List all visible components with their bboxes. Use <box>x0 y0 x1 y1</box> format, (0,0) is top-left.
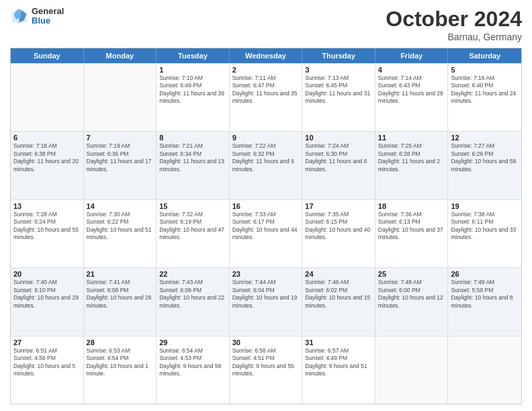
cal-day-6: 6Sunrise: 7:18 AM Sunset: 6:38 PM Daylig… <box>11 132 84 199</box>
day-info: Sunrise: 7:44 AM Sunset: 6:04 PM Dayligh… <box>232 279 300 310</box>
day-number: 20 <box>13 270 81 278</box>
cal-header-cell-sunday: Sunday <box>11 48 84 63</box>
day-info: Sunrise: 6:53 AM Sunset: 4:54 PM Dayligh… <box>87 347 154 378</box>
cal-day-14: 14Sunrise: 7:30 AM Sunset: 6:22 PM Dayli… <box>84 200 157 267</box>
cal-empty-cell <box>448 336 521 404</box>
day-info: Sunrise: 7:41 AM Sunset: 6:08 PM Dayligh… <box>87 279 154 310</box>
day-info: Sunrise: 6:51 AM Sunset: 4:56 PM Dayligh… <box>13 347 81 378</box>
day-info: Sunrise: 7:14 AM Sunset: 6:43 PM Dayligh… <box>378 75 445 105</box>
cal-row-1: 1Sunrise: 7:10 AM Sunset: 6:49 PM Daylig… <box>11 63 521 131</box>
day-info: Sunrise: 6:56 AM Sunset: 4:51 PM Dayligh… <box>232 347 300 378</box>
day-number: 4 <box>378 66 445 74</box>
calendar-header-row: SundayMondayTuesdayWednesdayThursdayFrid… <box>11 48 521 63</box>
day-info: Sunrise: 7:13 AM Sunset: 6:45 PM Dayligh… <box>305 75 372 105</box>
day-number: 6 <box>13 134 81 142</box>
title-block: October 2024 Barnau, Germany <box>386 7 522 42</box>
cal-day-28: 28Sunrise: 6:53 AM Sunset: 4:54 PM Dayli… <box>84 336 157 404</box>
day-number: 9 <box>232 134 300 142</box>
cal-header-cell-saturday: Saturday <box>448 48 521 63</box>
day-number: 23 <box>232 270 300 278</box>
cal-header-cell-tuesday: Tuesday <box>157 48 230 63</box>
calendar-body: 1Sunrise: 7:10 AM Sunset: 6:49 PM Daylig… <box>11 63 521 404</box>
cal-day-10: 10Sunrise: 7:24 AM Sunset: 6:30 PM Dayli… <box>302 132 375 199</box>
day-number: 1 <box>159 66 226 74</box>
day-info: Sunrise: 7:10 AM Sunset: 6:49 PM Dayligh… <box>159 75 226 105</box>
main-container: General Blue October 2024 Barnau, German… <box>0 0 532 411</box>
day-info: Sunrise: 7:28 AM Sunset: 6:24 PM Dayligh… <box>13 211 81 242</box>
day-info: Sunrise: 6:57 AM Sunset: 4:49 PM Dayligh… <box>305 347 372 378</box>
cal-row-3: 13Sunrise: 7:28 AM Sunset: 6:24 PM Dayli… <box>11 199 521 267</box>
day-info: Sunrise: 7:24 AM Sunset: 6:30 PM Dayligh… <box>305 142 372 173</box>
cal-day-2: 2Sunrise: 7:11 AM Sunset: 6:47 PM Daylig… <box>230 64 303 131</box>
day-number: 18 <box>378 202 445 210</box>
logo-general: General <box>32 7 64 16</box>
logo: General Blue <box>10 7 64 26</box>
logo-text: General Blue <box>32 7 64 26</box>
day-info: Sunrise: 7:40 AM Sunset: 6:10 PM Dayligh… <box>13 279 81 310</box>
day-number: 7 <box>87 134 154 142</box>
cal-empty-cell <box>84 64 157 131</box>
cal-day-15: 15Sunrise: 7:32 AM Sunset: 6:19 PM Dayli… <box>157 200 230 267</box>
day-info: Sunrise: 7:21 AM Sunset: 6:34 PM Dayligh… <box>159 142 226 173</box>
day-info: Sunrise: 7:27 AM Sunset: 6:26 PM Dayligh… <box>451 142 519 173</box>
day-number: 2 <box>232 66 300 74</box>
cal-row-2: 6Sunrise: 7:18 AM Sunset: 6:38 PM Daylig… <box>11 131 521 199</box>
day-number: 5 <box>451 66 519 74</box>
day-info: Sunrise: 7:48 AM Sunset: 6:00 PM Dayligh… <box>378 279 445 310</box>
day-number: 26 <box>451 270 519 278</box>
cal-day-12: 12Sunrise: 7:27 AM Sunset: 6:26 PM Dayli… <box>448 132 521 199</box>
cal-day-13: 13Sunrise: 7:28 AM Sunset: 6:24 PM Dayli… <box>11 200 84 267</box>
day-info: Sunrise: 7:18 AM Sunset: 6:38 PM Dayligh… <box>13 142 81 173</box>
day-number: 16 <box>232 202 300 210</box>
cal-day-8: 8Sunrise: 7:21 AM Sunset: 6:34 PM Daylig… <box>157 132 230 199</box>
cal-empty-cell <box>375 336 449 404</box>
cal-day-30: 30Sunrise: 6:56 AM Sunset: 4:51 PM Dayli… <box>230 336 303 404</box>
cal-day-4: 4Sunrise: 7:14 AM Sunset: 6:43 PM Daylig… <box>375 64 449 131</box>
day-number: 13 <box>13 202 81 210</box>
cal-day-16: 16Sunrise: 7:33 AM Sunset: 6:17 PM Dayli… <box>230 200 303 267</box>
cal-empty-cell <box>11 64 84 131</box>
day-number: 12 <box>451 134 519 142</box>
calendar: SundayMondayTuesdayWednesdayThursdayFrid… <box>10 48 522 404</box>
day-number: 28 <box>87 338 154 347</box>
cal-day-31: 31Sunrise: 6:57 AM Sunset: 4:49 PM Dayli… <box>302 336 375 404</box>
cal-day-17: 17Sunrise: 7:35 AM Sunset: 6:15 PM Dayli… <box>302 200 375 267</box>
day-info: Sunrise: 7:22 AM Sunset: 6:32 PM Dayligh… <box>232 142 300 173</box>
day-number: 27 <box>13 338 81 347</box>
day-info: Sunrise: 7:49 AM Sunset: 5:58 PM Dayligh… <box>451 279 519 310</box>
cal-day-18: 18Sunrise: 7:36 AM Sunset: 6:13 PM Dayli… <box>375 200 449 267</box>
header: General Blue October 2024 Barnau, German… <box>10 7 522 42</box>
logo-blue: Blue <box>32 16 64 26</box>
day-number: 30 <box>232 338 300 347</box>
cal-day-5: 5Sunrise: 7:16 AM Sunset: 6:40 PM Daylig… <box>448 64 521 131</box>
day-info: Sunrise: 7:11 AM Sunset: 6:47 PM Dayligh… <box>232 75 300 105</box>
day-info: Sunrise: 7:25 AM Sunset: 6:28 PM Dayligh… <box>378 142 445 173</box>
cal-day-24: 24Sunrise: 7:46 AM Sunset: 6:02 PM Dayli… <box>302 268 375 335</box>
day-number: 21 <box>87 270 154 278</box>
cal-day-29: 29Sunrise: 6:54 AM Sunset: 4:53 PM Dayli… <box>157 336 230 404</box>
day-number: 15 <box>159 202 226 210</box>
day-number: 10 <box>305 134 372 142</box>
day-info: Sunrise: 7:32 AM Sunset: 6:19 PM Dayligh… <box>159 211 226 242</box>
cal-day-1: 1Sunrise: 7:10 AM Sunset: 6:49 PM Daylig… <box>157 64 230 131</box>
day-info: Sunrise: 7:35 AM Sunset: 6:15 PM Dayligh… <box>305 211 372 242</box>
cal-day-25: 25Sunrise: 7:48 AM Sunset: 6:00 PM Dayli… <box>375 268 449 335</box>
cal-row-4: 20Sunrise: 7:40 AM Sunset: 6:10 PM Dayli… <box>11 267 521 335</box>
day-number: 22 <box>159 270 226 278</box>
cal-day-3: 3Sunrise: 7:13 AM Sunset: 6:45 PM Daylig… <box>302 64 375 131</box>
day-info: Sunrise: 7:43 AM Sunset: 6:06 PM Dayligh… <box>159 279 226 310</box>
day-info: Sunrise: 7:38 AM Sunset: 6:11 PM Dayligh… <box>451 211 519 242</box>
month-title: October 2024 <box>386 7 522 32</box>
day-info: Sunrise: 7:36 AM Sunset: 6:13 PM Dayligh… <box>378 211 445 242</box>
cal-day-11: 11Sunrise: 7:25 AM Sunset: 6:28 PM Dayli… <box>375 132 449 199</box>
day-info: Sunrise: 7:30 AM Sunset: 6:22 PM Dayligh… <box>87 211 154 242</box>
cal-day-23: 23Sunrise: 7:44 AM Sunset: 6:04 PM Dayli… <box>230 268 303 335</box>
cal-header-cell-friday: Friday <box>375 48 449 63</box>
cal-row-5: 27Sunrise: 6:51 AM Sunset: 4:56 PM Dayli… <box>11 336 521 404</box>
day-number: 17 <box>305 202 372 210</box>
day-number: 14 <box>87 202 154 210</box>
cal-header-cell-monday: Monday <box>84 48 157 63</box>
cal-header-cell-thursday: Thursday <box>302 48 375 63</box>
cal-day-27: 27Sunrise: 6:51 AM Sunset: 4:56 PM Dayli… <box>11 336 84 404</box>
cal-day-9: 9Sunrise: 7:22 AM Sunset: 6:32 PM Daylig… <box>230 132 303 199</box>
